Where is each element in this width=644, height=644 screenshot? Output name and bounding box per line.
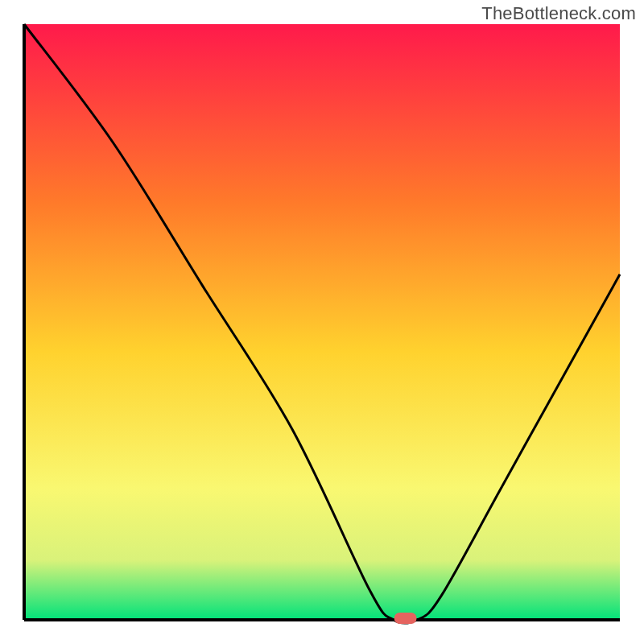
watermark-text: TheBottleneck.com <box>481 3 636 24</box>
chart-svg <box>0 0 644 644</box>
bottleneck-chart: TheBottleneck.com <box>0 0 644 644</box>
optimum-marker <box>394 613 417 624</box>
chart-background <box>24 24 620 620</box>
